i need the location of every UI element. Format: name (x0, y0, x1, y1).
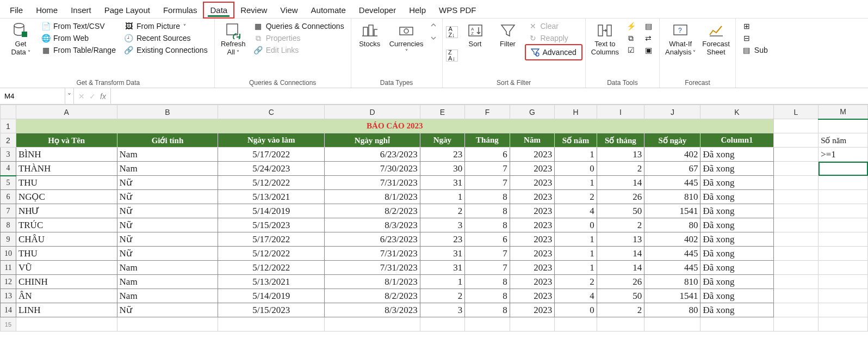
row-header-9[interactable]: 9 (1, 232, 16, 247)
cell-L1[interactable] (773, 119, 819, 133)
cell[interactable]: Đã xong (700, 218, 773, 232)
cell[interactable] (819, 176, 868, 190)
select-all-corner[interactable] (1, 105, 16, 119)
queries-connections-button[interactable]: ▦ Queries & Connections (251, 21, 348, 32)
relationships-button[interactable]: ⇄ (641, 33, 656, 44)
cell[interactable]: CHÂU (16, 232, 117, 247)
cell[interactable] (773, 176, 819, 190)
criteria-value[interactable]: >=1 (819, 148, 868, 162)
cell[interactable]: 26 (597, 190, 644, 204)
cell[interactable]: 7/31/2023 (325, 176, 420, 190)
row-header-3[interactable]: 3 (1, 148, 16, 162)
table-header[interactable]: Số tháng (597, 133, 644, 148)
table-header[interactable]: Số năm (555, 133, 597, 148)
from-table-button[interactable]: ▦ From Table/Range (38, 45, 119, 56)
advanced-filter-button[interactable]: Advanced (525, 45, 582, 60)
cell[interactable]: 8 (465, 303, 510, 317)
criteria-header[interactable]: Số năm (819, 133, 868, 148)
cell[interactable]: 1 (420, 190, 465, 204)
from-text-csv-button[interactable]: 📄 From Text/CSV (38, 21, 119, 32)
cell[interactable]: 5/15/2023 (218, 303, 325, 317)
cell[interactable]: 3 (420, 303, 465, 317)
row-header-15[interactable]: 15 (1, 317, 16, 332)
cell[interactable]: 2 (555, 275, 597, 289)
cell[interactable]: Nữ (117, 232, 218, 247)
cell[interactable] (819, 190, 868, 204)
sort-button[interactable]: AZ Sort (460, 21, 491, 50)
data-validation-button[interactable]: ☑ (623, 45, 638, 56)
cell[interactable] (819, 204, 868, 218)
cell[interactable]: 2023 (510, 303, 555, 317)
col-header-A[interactable]: A (16, 105, 117, 119)
cell[interactable]: NHƯ (16, 204, 117, 218)
currencies-button[interactable]: Currencies ˅ (387, 21, 426, 56)
cell[interactable]: 2023 (510, 275, 555, 289)
cell[interactable]: 50 (597, 204, 644, 218)
row-header-7[interactable]: 7 (1, 204, 16, 218)
row-header-1[interactable]: 1 (1, 119, 16, 133)
cell[interactable]: Đã xong (700, 289, 773, 303)
cell[interactable]: 7/31/2023 (325, 261, 420, 275)
group-button[interactable]: ⊞ (739, 21, 771, 32)
cell[interactable]: Nữ (117, 247, 218, 261)
cell[interactable]: 31 (420, 261, 465, 275)
cell[interactable]: 1 (420, 275, 465, 289)
col-header-C[interactable]: C (218, 105, 325, 119)
refresh-all-button[interactable]: Refresh All (218, 21, 249, 58)
cell[interactable]: Nữ (117, 218, 218, 232)
cell[interactable]: 7/30/2023 (325, 162, 420, 176)
cell[interactable]: 2 (597, 162, 644, 176)
cell[interactable]: 23 (420, 148, 465, 162)
cell[interactable]: 2023 (510, 162, 555, 176)
table-header[interactable]: Column1 (700, 133, 773, 148)
cell[interactable]: 8 (465, 275, 510, 289)
cell[interactable]: 14 (597, 261, 644, 275)
cell[interactable]: 1 (555, 247, 597, 261)
cell[interactable]: 50 (597, 289, 644, 303)
cell[interactable]: 5/15/2023 (218, 218, 325, 232)
cell[interactable]: 8 (465, 289, 510, 303)
cell[interactable]: 5/12/2022 (218, 261, 325, 275)
row-header-10[interactable]: 10 (1, 247, 16, 261)
cell[interactable] (700, 317, 773, 332)
cell[interactable]: Nữ (117, 190, 218, 204)
forecast-sheet-button[interactable]: Forecast Sheet (700, 21, 732, 58)
col-header-E[interactable]: E (420, 105, 465, 119)
cell[interactable]: Nữ (117, 303, 218, 317)
enter-icon[interactable]: ✓ (89, 92, 96, 101)
cell[interactable]: Nam (117, 261, 218, 275)
cell[interactable] (773, 275, 819, 289)
cell[interactable]: 7/31/2023 (325, 247, 420, 261)
cell[interactable]: Nam (117, 148, 218, 162)
cell[interactable]: 445 (644, 247, 700, 261)
cell[interactable]: VŨ (16, 261, 117, 275)
recent-sources-button[interactable]: 🕘 Recent Sources (121, 33, 211, 44)
cell[interactable]: 5/12/2022 (218, 247, 325, 261)
row-header-4[interactable]: 4 (1, 162, 16, 176)
cell[interactable]: 31 (420, 176, 465, 190)
cell[interactable]: THU (16, 176, 117, 190)
cell[interactable]: 2023 (510, 190, 555, 204)
cell[interactable]: 0 (555, 303, 597, 317)
cell[interactable]: 0 (555, 162, 597, 176)
cell[interactable] (773, 162, 819, 176)
cell[interactable]: Nữ (117, 176, 218, 190)
title-cell[interactable]: BÁO CÁO 2023 (16, 119, 773, 133)
cell[interactable]: 1541 (644, 204, 700, 218)
table-header[interactable]: Ngày vào làm (218, 133, 325, 148)
cell[interactable]: 5/17/2022 (218, 232, 325, 247)
cell[interactable]: Nữ (117, 204, 218, 218)
cell[interactable] (773, 261, 819, 275)
cell[interactable]: Đã xong (700, 190, 773, 204)
datatype-scroll[interactable] (428, 21, 439, 42)
cell[interactable]: 8/3/2023 (325, 218, 420, 232)
menu-home[interactable]: Home (29, 2, 64, 18)
cell[interactable]: 6/23/2023 (325, 232, 420, 247)
menu-wps-pdf[interactable]: WPS PDF (432, 2, 482, 18)
cell[interactable]: 445 (644, 176, 700, 190)
cell[interactable]: CHINH (16, 275, 117, 289)
cell[interactable] (819, 317, 868, 332)
cell[interactable]: 13 (597, 148, 644, 162)
menu-review[interactable]: Review (234, 2, 274, 18)
row-header-12[interactable]: 12 (1, 275, 16, 289)
